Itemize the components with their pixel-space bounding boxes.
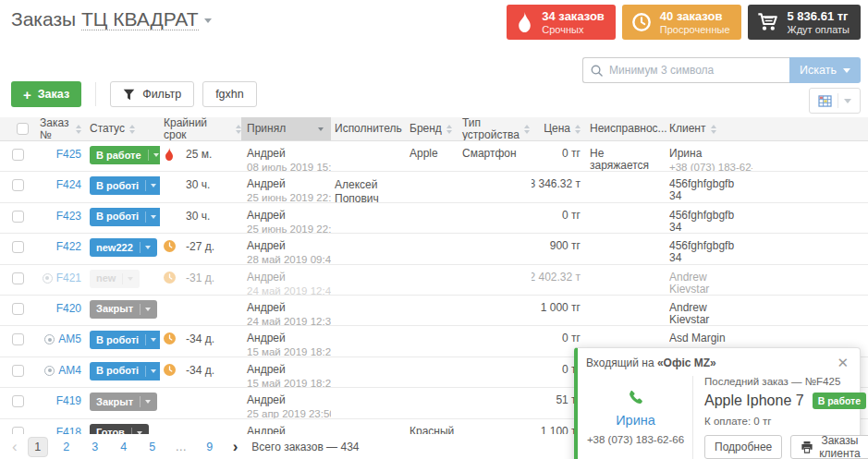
order-link[interactable]: F425 [56, 149, 81, 161]
urgent-orders-badge[interactable]: 34 заказов Срочных [507, 5, 616, 40]
page-button[interactable]: 5 [142, 437, 163, 457]
page-button[interactable]: 9 [200, 437, 220, 457]
overdue-clock-icon [164, 272, 186, 284]
order-link[interactable]: AM5 [58, 333, 81, 345]
select-all-checkbox[interactable] [17, 123, 29, 135]
row-checkbox[interactable] [12, 395, 24, 407]
row-checkbox[interactable] [12, 179, 24, 191]
row-checkbox[interactable] [12, 365, 24, 377]
prev-page-icon[interactable]: ‹ [7, 438, 22, 456]
status-badge[interactable]: Закрыт [90, 300, 157, 319]
badge-divider [140, 396, 141, 407]
table-settings-button[interactable] [809, 88, 861, 114]
accepted-date: 08 июль 2019 15:24 [247, 162, 327, 171]
details-button[interactable]: Подробнее [704, 435, 782, 459]
new-order-button[interactable]: + Заказ [11, 81, 81, 107]
order-row[interactable]: F423В роботі30 ч.Андрей25 июнь 2019 22:3… [0, 203, 868, 234]
accepted-by-name: Андрей [247, 302, 327, 314]
clock-icon [631, 12, 652, 32]
overdue-clock-icon [164, 332, 186, 344]
column-header-device[interactable]: Тип устройства [458, 117, 532, 140]
column-header-acc[interactable]: Принял [241, 117, 331, 140]
client-cell: Ирина+38 (073) 183-62-66 [669, 141, 752, 171]
row-checkbox[interactable] [12, 303, 24, 315]
page-button[interactable]: 2 [56, 437, 77, 457]
row-checkbox-cell [0, 141, 35, 171]
executor-cell [331, 234, 407, 263]
column-header-brand[interactable]: Бренд [407, 117, 458, 140]
new-order-label: Заказ [38, 88, 69, 101]
column-header-dead[interactable]: Крайний срок [160, 117, 241, 140]
client-orders-button[interactable]: Заказы клиента [790, 435, 868, 459]
order-row[interactable]: F425В работе25 м.Андрей08 июль 2019 15:2… [0, 141, 868, 172]
column-header-mal[interactable]: Неисправнос... [584, 117, 669, 140]
order-link[interactable]: F418 [56, 427, 81, 434]
column-header-price[interactable]: Цена [532, 117, 584, 140]
overdue-orders-badge[interactable]: 40 заказов Просроченные [622, 5, 741, 40]
row-actions-cell [752, 296, 868, 325]
row-checkbox[interactable] [12, 211, 24, 223]
column-header-exe[interactable]: Исполнитель [331, 117, 407, 140]
status-badge[interactable]: new222 [90, 238, 157, 257]
awaiting-payment-badge[interactable]: 5 836.61 тг Ждут оплаты [748, 5, 861, 40]
status-badge[interactable]: В работе [90, 146, 160, 164]
select-all-header-cell[interactable] [0, 117, 35, 140]
next-page-icon[interactable]: › [228, 438, 243, 456]
order-link[interactable]: F420 [56, 303, 81, 315]
status-badge[interactable]: В роботі [90, 362, 160, 380]
close-icon[interactable]: ✕ [835, 356, 850, 368]
column-header-status[interactable]: Статус [88, 117, 160, 140]
sort-icon [524, 125, 530, 134]
order-link[interactable]: F422 [56, 241, 81, 253]
accepted-by-name: Андрей [247, 240, 327, 252]
order-link[interactable]: F424 [56, 179, 81, 191]
order-link[interactable]: F421 [56, 272, 81, 284]
popup-header: Входящий на «Офіс MZ» ✕ [586, 356, 850, 369]
search-input[interactable] [609, 64, 782, 77]
row-checkbox[interactable] [12, 272, 24, 284]
status-badge[interactable]: В работе [813, 393, 866, 409]
accepted-by-cell: Андрей24 май 2019 12:40 [241, 265, 331, 295]
brand-cell [407, 388, 458, 417]
accepted-by-name: Андрей [247, 394, 327, 406]
order-row[interactable]: F422new222-27 д.Андрей28 май 2019 09:479… [0, 234, 868, 264]
row-checkbox[interactable] [12, 333, 24, 345]
order-link[interactable]: F423 [56, 211, 81, 223]
executor-cell [331, 388, 407, 417]
row-checkbox[interactable] [12, 427, 24, 434]
status-badge[interactable]: В роботі [90, 208, 160, 226]
status-badge[interactable]: Готов [90, 424, 149, 434]
brand-cell [407, 296, 458, 325]
status-badge[interactable]: В роботі [90, 176, 160, 195]
sort-icon [446, 125, 452, 134]
order-row[interactable]: F421new-31 д.Андрей24 май 2019 12:4012 4… [0, 265, 868, 296]
order-link[interactable]: F419 [56, 395, 81, 407]
client-name: 456fghfgbgfb 34 [669, 240, 749, 263]
page-button[interactable]: 1 [28, 437, 48, 457]
page-button[interactable]: 3 [85, 437, 105, 457]
printer-icon [801, 441, 813, 453]
page-button[interactable]: 4 [114, 437, 134, 457]
filter-button[interactable]: Фильтр [110, 81, 194, 107]
location-selector[interactable]: ТЦ КВАДРАТ [81, 8, 198, 30]
status-badge[interactable]: В роботі [90, 331, 160, 349]
search-button[interactable]: Искать [789, 57, 861, 83]
malfunction-cell [584, 265, 669, 295]
caller-name-link[interactable]: Ирина [616, 413, 655, 428]
brand-cell [407, 203, 458, 233]
status-cell: В роботі [88, 357, 160, 387]
urgent-count: 34 заказов [542, 9, 605, 24]
column-header-client[interactable]: Клиент [669, 117, 752, 140]
awaiting-label: Ждут оплаты [788, 24, 850, 36]
order-row[interactable]: F424В роботі30 ч.Андрей25 июнь 2019 22:3… [0, 172, 868, 202]
status-badge[interactable]: new [90, 270, 140, 288]
custom-filter-button[interactable]: fgxhn [202, 81, 257, 107]
row-checkbox[interactable] [12, 241, 24, 253]
status-badge[interactable]: Закрыт [90, 393, 157, 411]
accepted-by-cell: Андрей24 май 2019 12:35 [241, 296, 331, 325]
row-checkbox[interactable] [12, 149, 24, 161]
column-header-id[interactable]: Заказ № [35, 117, 88, 140]
order-link[interactable]: AM4 [58, 365, 81, 377]
order-row[interactable]: F420ЗакрытАндрей24 май 2019 12:351 000 т… [0, 296, 868, 326]
client-orders-button-label: Заказы клиента [819, 434, 860, 459]
